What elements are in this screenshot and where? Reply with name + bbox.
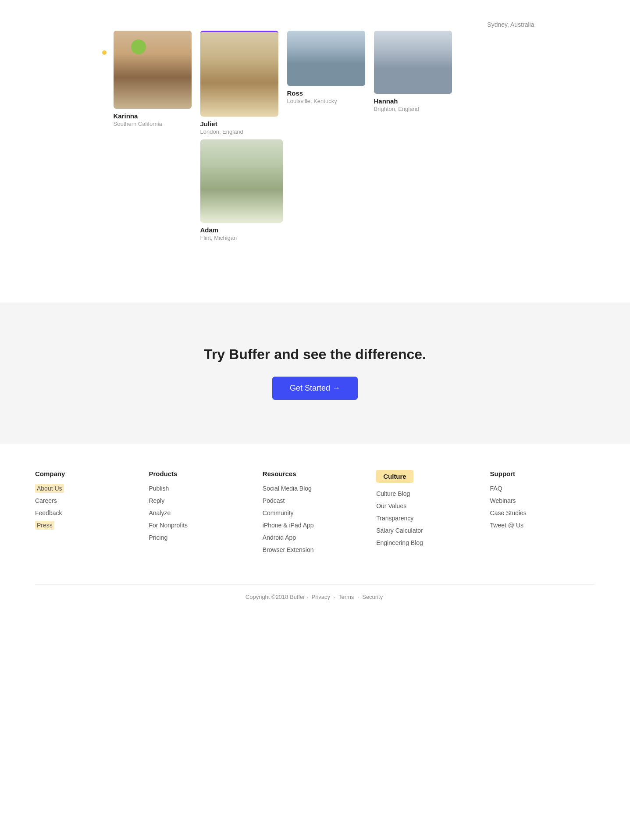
footer-columns: Company About Us Careers Feedback Press	[35, 470, 595, 558]
footer-products-item-analyze: Analyze	[149, 509, 253, 517]
footer-culture-item-values: Our Values	[376, 502, 481, 510]
footer-culture-heading: Culture	[376, 470, 481, 483]
footer-resources-heading: Resources	[263, 470, 367, 477]
footer-company-heading: Company	[35, 470, 140, 477]
adam-name: Adam	[200, 226, 283, 234]
team-member-ross: Ross Louisville, Kentucky	[287, 31, 365, 104]
footer-link-for-nonprofits[interactable]: For Nonprofits	[149, 522, 188, 529]
footer-link-salary-calculator[interactable]: Salary Calculator	[376, 527, 423, 534]
footer-resources-item-podcast: Podcast	[263, 497, 367, 505]
footer-culture-item-engineering: Engineering Blog	[376, 539, 481, 547]
footer-link-press[interactable]: Press	[35, 521, 54, 530]
karinna-name: Karinna	[114, 112, 192, 120]
footer-link-browser-extension[interactable]: Browser Extension	[263, 546, 314, 553]
adam-location: Flint, Michigan	[200, 235, 283, 241]
footer-resources-list: Social Media Blog Podcast Community iPho…	[263, 484, 367, 554]
team-bottom-row: Adam Flint, Michigan	[114, 139, 517, 241]
footer-link-tweet-at-us[interactable]: Tweet @ Us	[490, 522, 523, 529]
hannah-photo	[374, 31, 452, 94]
footer-link-careers[interactable]: Careers	[35, 497, 57, 504]
footer-link-terms[interactable]: Terms	[338, 594, 354, 600]
footer-link-webinars[interactable]: Webinars	[490, 497, 516, 504]
karinna-location: Southern California	[114, 121, 192, 127]
culture-tab-highlight: Culture	[376, 470, 413, 483]
footer-col-resources: Resources Social Media Blog Podcast Comm…	[263, 470, 367, 558]
footer-col-products: Products Publish Reply Analyze For Nonpr…	[149, 470, 253, 558]
footer-link-community[interactable]: Community	[263, 509, 294, 516]
footer-resources-item-community: Community	[263, 509, 367, 517]
green-dot-decoration	[131, 39, 146, 54]
team-member-juliet: Juliet London, England	[200, 31, 278, 135]
footer-resources-item-blog: Social Media Blog	[263, 484, 367, 492]
footer-support-item-webinars: Webinars	[490, 497, 595, 505]
footer-culture-item-salary: Salary Calculator	[376, 527, 481, 534]
footer-resources-item-extension: Browser Extension	[263, 546, 367, 554]
footer-resources-item-iphone: iPhone & iPad App	[263, 521, 367, 529]
footer-company-item-feedback: Feedback	[35, 509, 140, 517]
footer-link-culture-blog[interactable]: Culture Blog	[376, 490, 410, 497]
footer-link-our-values[interactable]: Our Values	[376, 502, 406, 509]
team-member-hannah: Hannah Brighton, England	[374, 31, 452, 112]
juliet-photo	[200, 31, 278, 117]
footer-link-engineering-blog[interactable]: Engineering Blog	[376, 539, 423, 546]
footer-link-feedback[interactable]: Feedback	[35, 509, 62, 516]
footer-products-item-nonprofits: For Nonprofits	[149, 521, 253, 529]
footer-link-security[interactable]: Security	[362, 594, 383, 600]
footer-support-item-faq: FAQ	[490, 484, 595, 492]
team-member-karinna: Karinna Southern California	[114, 31, 192, 127]
footer-col-company: Company About Us Careers Feedback Press	[35, 470, 140, 558]
footer-col-culture: Culture Culture Blog Our Values Transpar…	[376, 470, 481, 558]
copyright-text: Copyright ©2018 Buffer	[246, 594, 305, 600]
footer-link-case-studies[interactable]: Case Studies	[490, 509, 527, 516]
footer-culture-item-transparency: Transparency	[376, 514, 481, 522]
footer-link-about-us[interactable]: About Us	[35, 484, 64, 493]
ross-photo	[287, 31, 365, 86]
footer-products-list: Publish Reply Analyze For Nonprofits Pri…	[149, 484, 253, 541]
footer-resources-item-android: Android App	[263, 534, 367, 541]
footer-company-item-careers: Careers	[35, 497, 140, 505]
ross-location: Louisville, Kentucky	[287, 98, 365, 104]
footer-support-item-tweet: Tweet @ Us	[490, 521, 595, 529]
footer-company-item-aboutus: About Us	[35, 484, 140, 492]
footer: Company About Us Careers Feedback Press	[0, 444, 630, 618]
footer-products-item-reply: Reply	[149, 497, 253, 505]
hannah-location: Brighton, England	[374, 106, 452, 112]
juliet-location: London, England	[200, 128, 278, 135]
footer-products-item-publish: Publish	[149, 484, 253, 492]
juliet-name: Juliet	[200, 120, 278, 128]
hannah-name: Hannah	[374, 97, 452, 105]
cta-section: Try Buffer and see the difference. Get S…	[0, 303, 630, 444]
footer-separator-2: ·	[334, 594, 337, 600]
footer-separator-1: ·	[306, 594, 310, 600]
footer-link-analyze[interactable]: Analyze	[149, 509, 171, 516]
footer-culture-item-blog: Culture Blog	[376, 490, 481, 498]
footer-products-item-pricing: Pricing	[149, 534, 253, 541]
team-member-adam: Adam Flint, Michigan	[200, 139, 283, 241]
footer-link-iphone-app[interactable]: iPhone & iPad App	[263, 522, 314, 529]
footer-support-heading: Support	[490, 470, 595, 477]
footer-company-list: About Us Careers Feedback Press	[35, 484, 140, 529]
ross-name: Ross	[287, 89, 365, 97]
footer-link-podcast[interactable]: Podcast	[263, 497, 285, 504]
footer-support-list: FAQ Webinars Case Studies Tweet @ Us	[490, 484, 595, 529]
yellow-dot-decoration	[102, 50, 107, 55]
footer-link-social-media-blog[interactable]: Social Media Blog	[263, 485, 312, 492]
footer-support-item-case-studies: Case Studies	[490, 509, 595, 517]
cta-title: Try Buffer and see the difference.	[9, 346, 621, 363]
footer-link-pricing[interactable]: Pricing	[149, 534, 167, 541]
press-highlight: Press	[35, 521, 54, 530]
footer-link-faq[interactable]: FAQ	[490, 485, 502, 492]
footer-link-transparency[interactable]: Transparency	[376, 515, 413, 522]
footer-link-android-app[interactable]: Android App	[263, 534, 296, 541]
karinna-photo	[114, 31, 192, 109]
footer-link-privacy[interactable]: Privacy	[311, 594, 330, 600]
get-started-button[interactable]: Get Started →	[272, 377, 358, 400]
footer-bottom: Copyright ©2018 Buffer · Privacy · Terms…	[35, 584, 595, 600]
footer-col-support: Support FAQ Webinars Case Studies Tweet …	[490, 470, 595, 558]
footer-separator-3: ·	[357, 594, 360, 600]
footer-company-item-press: Press	[35, 521, 140, 529]
footer-link-reply[interactable]: Reply	[149, 497, 164, 504]
footer-link-publish[interactable]: Publish	[149, 485, 169, 492]
team-section: Sydney, Australia Karinna Southern Calif…	[0, 0, 630, 303]
adam-photo	[200, 139, 283, 223]
